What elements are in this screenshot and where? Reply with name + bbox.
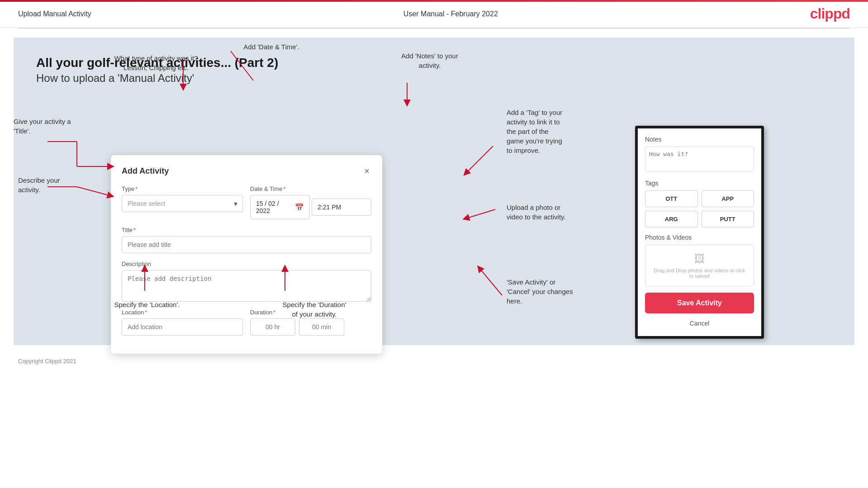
datetime-label: Date & Time*: [250, 185, 371, 192]
description-row: Description: [122, 261, 371, 302]
location-input[interactable]: [122, 318, 243, 336]
type-select[interactable]: Please select: [122, 195, 243, 212]
manual-title: User Manual - February 2022: [403, 10, 498, 18]
logo: clippd: [810, 5, 850, 22]
annotation-notes: Add 'Notes' to your activity.: [384, 51, 475, 70]
title-row: Title*: [122, 227, 371, 253]
photos-upload-area[interactable]: 🖼 Drag and Drop photos and videos or cli…: [645, 245, 754, 286]
top-bar: Upload Manual Activity User Manual - Feb…: [0, 0, 868, 28]
svg-line-10: [466, 146, 493, 173]
annotation-datetime: Add 'Date & Time'.: [226, 42, 317, 52]
photos-placeholder: Drag and Drop photos and videos or click…: [653, 268, 746, 279]
page-subtitle: Upload Manual Activity: [18, 10, 91, 18]
tag-app[interactable]: APP: [702, 190, 754, 207]
calendar-icon: 📅: [295, 203, 304, 212]
time-input[interactable]: 2:21 PM: [312, 199, 371, 216]
annotation-location: Specify the 'Location'.: [102, 300, 192, 309]
type-select-wrapper[interactable]: Please select: [122, 195, 243, 212]
description-label: Description: [122, 261, 371, 267]
duration-min-input[interactable]: [299, 318, 344, 336]
tags-label: Tags: [645, 180, 754, 187]
notes-label: Notes: [645, 136, 754, 143]
tag-putt[interactable]: PUTT: [702, 211, 754, 227]
save-activity-button[interactable]: Save Activity: [645, 293, 754, 313]
duration-inputs: [250, 318, 371, 336]
svg-line-12: [479, 268, 502, 295]
location-label: Location*: [122, 309, 243, 316]
photos-label: Photos & Videos: [645, 234, 754, 241]
annotation-title: Give your activity a 'Title'.: [14, 117, 86, 136]
date-input[interactable]: 15 / 02 / 2022 📅: [250, 195, 310, 219]
footer: Copyright Clippd 2021: [0, 354, 868, 368]
main-content: All your golf-relevant activities... (Pa…: [14, 38, 854, 345]
close-button[interactable]: ×: [362, 166, 371, 176]
dialog-title: Add Activity: [122, 166, 169, 176]
date-time-group: 15 / 02 / 2022 📅 2:21 PM: [250, 195, 371, 219]
duration-hr-input[interactable]: [250, 318, 295, 336]
description-input[interactable]: [122, 270, 371, 302]
annotation-type: What type of activity was it? Lesson, Ch…: [111, 53, 201, 72]
phone-panel: Notes Tags OTT APP ARG PUTT Photos & Vid…: [635, 126, 764, 339]
divider: [18, 28, 850, 28]
annotation-photos: Upload a photo or video to the activity.: [507, 203, 615, 222]
title-input[interactable]: [122, 236, 371, 253]
dialog-header: Add Activity ×: [122, 166, 371, 176]
cancel-button[interactable]: Cancel: [645, 318, 754, 329]
svg-line-11: [466, 209, 495, 218]
tag-ott[interactable]: OTT: [645, 190, 698, 207]
copyright: Copyright Clippd 2021: [18, 358, 76, 365]
photo-icon: 🖼: [653, 252, 746, 265]
notes-input[interactable]: [645, 147, 754, 171]
tags-grid: OTT APP ARG PUTT: [645, 190, 754, 227]
annotation-save: 'Save Activity' or 'Cancel' your changes…: [507, 277, 620, 306]
title-group: Title*: [122, 227, 371, 253]
type-label: Type*: [122, 185, 243, 192]
datetime-group: Date & Time* 15 / 02 / 2022 📅 2:21 PM: [250, 185, 371, 219]
annotation-tags: Add a 'Tag' to your activity to link it …: [507, 108, 615, 155]
type-datetime-row: Type* Please select Date & Time* 15 / 02…: [122, 185, 371, 219]
location-group: Location*: [122, 309, 243, 336]
annotation-duration: Specify the 'Duration' of your activity.: [258, 300, 371, 319]
add-activity-dialog: Add Activity × Type* Please select Date …: [111, 155, 382, 354]
description-group: Description: [122, 261, 371, 302]
title-label: Title*: [122, 227, 371, 233]
tag-arg[interactable]: ARG: [645, 211, 698, 227]
svg-line-6: [77, 187, 111, 196]
photos-section: Photos & Videos 🖼 Drag and Drop photos a…: [645, 234, 754, 286]
heading-line2: How to upload a 'Manual Activity': [36, 72, 832, 85]
type-group: Type* Please select: [122, 185, 243, 219]
date-value: 15 / 02 / 2022: [256, 200, 293, 214]
annotation-description: Describe your activity.: [18, 175, 81, 194]
